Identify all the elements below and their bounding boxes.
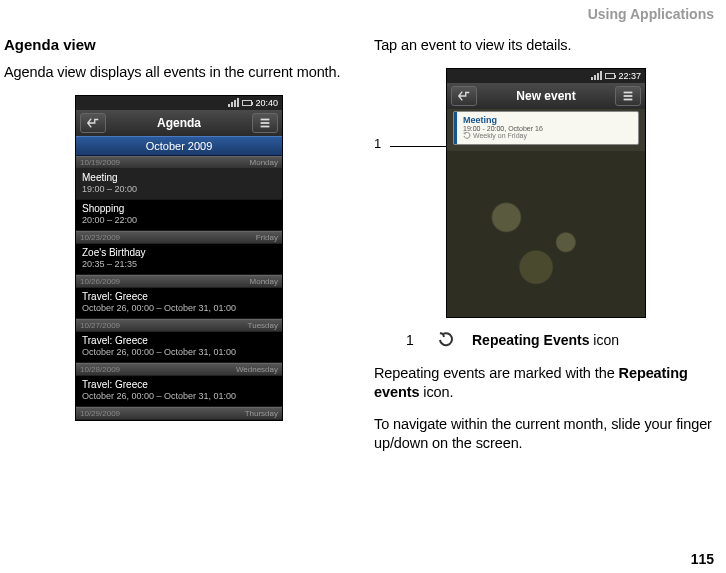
svg-rect-3 <box>624 91 633 93</box>
menu-list-icon <box>258 116 272 130</box>
month-header: October 2009 <box>76 136 282 156</box>
battery-icon <box>605 73 615 79</box>
tap-event-text: Tap an event to view its details. <box>374 36 720 56</box>
event-time: October 26, 00:00 – October 31, 01:00 <box>82 391 276 401</box>
event-time: 20:35 – 21:35 <box>82 259 276 269</box>
menu-button[interactable] <box>252 113 278 133</box>
agenda-view-heading: Agenda view <box>4 36 354 53</box>
legend-label: Repeating Events icon <box>472 332 619 348</box>
date-header: 10/28/2009Wednesday <box>76 363 282 376</box>
agenda-event[interactable]: Shopping 20:00 – 22:00 <box>76 200 282 231</box>
date-header: 10/26/2009Monday <box>76 275 282 288</box>
event-name: Shopping <box>82 203 276 214</box>
event-detail-figure: 1 22:37 New event <box>374 68 720 318</box>
callout-number: 1 <box>374 68 404 151</box>
event-time: 20:00 – 22:00 <box>82 215 276 225</box>
date-header: 10/29/2009Thursday <box>76 407 282 420</box>
back-button[interactable] <box>80 113 106 133</box>
legend-number: 1 <box>406 332 420 348</box>
status-time: 20:40 <box>255 98 278 108</box>
svg-rect-5 <box>624 98 633 100</box>
page-number: 115 <box>691 551 714 567</box>
repeating-events-icon <box>463 132 471 140</box>
event-time: October 26, 00:00 – October 31, 01:00 <box>82 347 276 357</box>
signal-icon <box>228 98 239 107</box>
status-time: 22:37 <box>618 71 641 81</box>
date-header: 10/27/2009Tuesday <box>76 319 282 332</box>
agenda-event[interactable]: Travel: Greece October 26, 00:00 – Octob… <box>76 376 282 407</box>
menu-list-icon <box>621 89 635 103</box>
event-detail-screenshot: 22:37 New event Meeting 19:00 - 20:00, O… <box>446 68 646 318</box>
repeating-events-text: Repeating events are marked with the Rep… <box>374 364 720 403</box>
event-time: 19:00 – 20:00 <box>82 184 276 194</box>
wallpaper <box>447 151 645 317</box>
callout-legend: 1 Repeating Events icon <box>406 332 720 348</box>
signal-icon <box>591 71 602 80</box>
event-detail-card[interactable]: Meeting 19:00 - 20:00, October 16 Weekly… <box>453 111 639 145</box>
back-arrow-icon <box>86 116 100 130</box>
back-arrow-icon <box>457 89 471 103</box>
right-column: Tap an event to view its details. 1 22:3… <box>374 36 720 466</box>
agenda-event[interactable]: Travel: Greece October 26, 00:00 – Octob… <box>76 288 282 319</box>
battery-icon <box>242 100 252 106</box>
agenda-view-intro: Agenda view displays all events in the c… <box>4 63 354 83</box>
date-header: 10/23/2009Friday <box>76 231 282 244</box>
event-repeat: Weekly on Friday <box>459 132 633 140</box>
event-name: Travel: Greece <box>82 291 276 302</box>
agenda-screenshot: 20:40 Agenda October 2009 10/19/2009Mond… <box>75 95 283 421</box>
date-header: 10/19/2009Monday <box>76 156 282 169</box>
event-name: Meeting <box>459 115 633 125</box>
event-name: Travel: Greece <box>82 379 276 390</box>
event-name: Travel: Greece <box>82 335 276 346</box>
left-column: Agenda view Agenda view displays all eve… <box>4 36 354 421</box>
repeating-events-icon <box>438 332 454 348</box>
event-name: Meeting <box>82 172 276 183</box>
event-color-stripe <box>454 112 457 144</box>
status-bar: 20:40 <box>76 96 282 110</box>
svg-rect-0 <box>261 118 270 120</box>
title-bar: New event <box>447 83 645 109</box>
menu-button[interactable] <box>615 86 641 106</box>
navigate-text: To navigate within the current month, sl… <box>374 415 720 454</box>
titlebar-label: New event <box>477 89 615 103</box>
back-button[interactable] <box>451 86 477 106</box>
svg-rect-4 <box>624 95 633 97</box>
page-header-section: Using Applications <box>588 6 714 22</box>
callout-line <box>390 146 453 147</box>
event-time: October 26, 00:00 – October 31, 01:00 <box>82 303 276 313</box>
agenda-event[interactable]: Travel: Greece October 26, 00:00 – Octob… <box>76 332 282 363</box>
agenda-event[interactable]: Zoe's Birthday 20:35 – 21:35 <box>76 244 282 275</box>
agenda-event[interactable]: Meeting 19:00 – 20:00 <box>76 169 282 200</box>
event-time: 19:00 - 20:00, October 16 <box>459 125 633 132</box>
titlebar-label: Agenda <box>106 116 252 130</box>
svg-rect-1 <box>261 122 270 124</box>
event-name: Zoe's Birthday <box>82 247 276 258</box>
status-bar: 22:37 <box>447 69 645 83</box>
svg-rect-2 <box>261 125 270 127</box>
title-bar: Agenda <box>76 110 282 136</box>
